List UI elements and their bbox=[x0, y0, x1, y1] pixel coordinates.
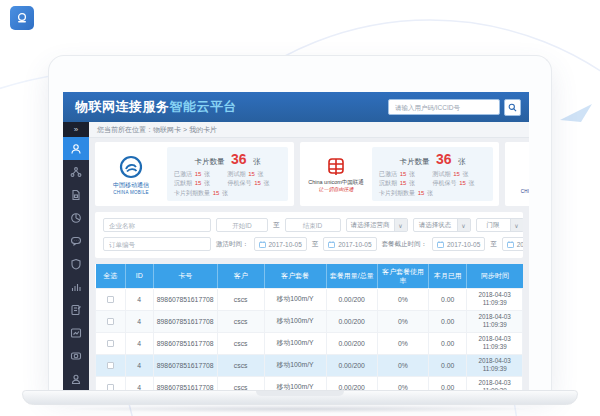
stat-testing: 测试期 15 张 bbox=[228, 170, 282, 179]
col-card-number: 卡号 bbox=[153, 264, 217, 288]
card-china-telecom: 中国电信 CHINA TELECOM bbox=[505, 142, 529, 206]
card-china-mobile: 中国移动通信 CHINA MOBILE 卡片数量 36 张 已 bbox=[95, 142, 294, 206]
threshold-select[interactable]: 门限 ∨ bbox=[476, 218, 524, 232]
app-logo-glyph bbox=[15, 11, 29, 25]
china-telecom-logo: 中国电信 CHINA TELECOM bbox=[505, 142, 529, 206]
stat-activated: 已激活 15 张 bbox=[379, 170, 433, 179]
china-mobile-logo: 中国移动通信 CHINA MOBILE bbox=[95, 142, 167, 206]
sidebar-item-account[interactable] bbox=[63, 367, 89, 390]
col-usage-total: 套餐用量/总量 bbox=[326, 264, 377, 288]
carrier-name-en: CHINA TELECOM bbox=[521, 189, 529, 194]
col-select-all[interactable]: 全选 bbox=[96, 264, 126, 288]
laptop-screen: 物联网连接服务智能云平台 » bbox=[48, 55, 552, 390]
card-china-unicom: China unicom中国联通 让一切自由连通 卡片数量 36 张 bbox=[300, 142, 499, 206]
chevron-down-icon: ∨ bbox=[394, 219, 407, 231]
sidebar-item-analysis[interactable] bbox=[63, 321, 89, 344]
calendar-icon bbox=[507, 241, 514, 248]
search-button[interactable] bbox=[504, 99, 521, 116]
table-header-row: 全选 ID 卡号 客户 客户套餐 套餐用量/总量 客户套餐使用率 本月已用 同步… bbox=[96, 264, 523, 288]
sidebar-item-security[interactable] bbox=[63, 252, 89, 275]
sidebar-collapse-button[interactable]: » bbox=[63, 122, 89, 137]
table-row: 4 898607851617708 cscs 移动100m/Y 0.00/200… bbox=[96, 332, 523, 354]
activate-date-from[interactable]: 2017-10-05 bbox=[254, 237, 307, 251]
report-icon bbox=[70, 327, 82, 339]
carrier-select[interactable]: 请选择运营商 ∨ bbox=[346, 218, 408, 232]
sidebar-nav: » bbox=[63, 122, 89, 391]
stat-suspended: 停机保号 15 张 bbox=[228, 179, 282, 188]
chevron-down-icon: ∨ bbox=[510, 219, 523, 231]
deadline-date-to[interactable]: 2017-10-05 bbox=[502, 237, 523, 251]
table-row: 4 898607851617708 cscs 移动100m/Y 0.00/200… bbox=[96, 376, 523, 391]
app-header: 物联网连接服务智能云平台 bbox=[63, 92, 529, 122]
stat-suspended: 停机保号 15 张 bbox=[433, 179, 487, 188]
sidebar-item-reports[interactable] bbox=[63, 275, 89, 298]
sidebar-item-messages[interactable] bbox=[63, 229, 89, 252]
document-icon bbox=[70, 304, 82, 316]
agent-icon bbox=[70, 373, 82, 385]
china-unicom-logo: China unicom中国联通 让一切自由连通 bbox=[300, 142, 372, 206]
filter-row-1: 至 请选择运营商 ∨ 请选择状态 ∨ 门限 bbox=[103, 218, 515, 232]
table-row: 4 898607851617708 cscs 移动100m/Y 0.00/200… bbox=[96, 310, 523, 332]
package-deadline-label: 套餐截止时间： bbox=[382, 240, 428, 249]
search-input[interactable] bbox=[388, 99, 500, 115]
to-label: 至 bbox=[490, 240, 497, 249]
network-icon bbox=[70, 166, 82, 178]
col-month-used: 本月已用 bbox=[429, 264, 467, 288]
stat-expired: 卡片到期数量 15 张 bbox=[379, 189, 486, 198]
to-label: 至 bbox=[312, 240, 319, 249]
table-row-highlighted: 4 898607851617708 cscs 移动100m/Y 0.00/200… bbox=[96, 354, 523, 376]
start-id-input[interactable] bbox=[216, 218, 268, 232]
activate-time-label: 激活时间： bbox=[216, 240, 249, 249]
carrier-slogan: 让一切自由连通 bbox=[319, 186, 354, 192]
device-icon bbox=[70, 350, 82, 362]
laptop-notch bbox=[256, 391, 344, 396]
title-accent: 智能云平台 bbox=[170, 99, 238, 114]
status-select[interactable]: 请选择状态 ∨ bbox=[413, 218, 471, 232]
col-sync-time: 同步时间 bbox=[467, 264, 523, 288]
main-content: 您当前所在位置：物联网卡 > 我的卡片 中国移动通信 bbox=[89, 122, 529, 391]
sidebar-item-orders[interactable] bbox=[63, 298, 89, 321]
carrier-cards: 中国移动通信 CHINA MOBILE 卡片数量 36 张 已 bbox=[95, 142, 523, 206]
col-usage-rate: 客户套餐使用率 bbox=[377, 264, 428, 288]
row-checkbox[interactable] bbox=[107, 296, 114, 303]
stat-silent: 沉默期 15 张 bbox=[379, 179, 433, 188]
sidebar-item-my-cards[interactable] bbox=[63, 137, 89, 160]
user-icon bbox=[70, 143, 82, 155]
row-checkbox[interactable] bbox=[107, 318, 114, 325]
row-checkbox[interactable] bbox=[107, 362, 114, 369]
paper-plane-decor bbox=[560, 104, 592, 122]
laptop-shadow bbox=[60, 405, 540, 413]
activate-date-to[interactable]: 2017-10-05 bbox=[323, 237, 376, 251]
search-icon bbox=[508, 103, 517, 112]
app-window: 物联网连接服务智能云平台 » bbox=[63, 92, 529, 391]
china-mobile-logo-icon bbox=[118, 154, 144, 180]
to-label: 至 bbox=[273, 221, 280, 230]
carrier-name-en: CHINA MOBILE bbox=[113, 190, 149, 195]
stat-expired: 卡片到期数量 15 张 bbox=[174, 189, 281, 198]
pie-chart-icon bbox=[70, 212, 82, 224]
count-label: 卡片数量 bbox=[195, 157, 225, 166]
count-unit: 张 bbox=[458, 157, 466, 166]
card-stats: 卡片数量 36 张 已激活 15 张 测试期 15 张 沉默期 15 张 停机保… bbox=[167, 147, 288, 201]
calendar-icon bbox=[259, 241, 266, 248]
filter-panel: 至 请选择运营商 ∨ 请选择状态 ∨ 门限 bbox=[95, 212, 523, 258]
sidebar-item-network[interactable] bbox=[63, 160, 89, 183]
table-row: 4 898607851617708 cscs 移动100m/Y 0.00/200… bbox=[96, 288, 523, 310]
header-search bbox=[388, 99, 521, 116]
china-unicom-logo-icon bbox=[325, 156, 347, 178]
end-id-input[interactable] bbox=[285, 218, 341, 232]
company-name-input[interactable] bbox=[103, 218, 211, 232]
order-number-input[interactable] bbox=[103, 237, 211, 251]
sidebar-item-sim-cards[interactable] bbox=[63, 183, 89, 206]
cards-table: 全选 ID 卡号 客户 客户套餐 套餐用量/总量 客户套餐使用率 本月已用 同步… bbox=[95, 264, 523, 391]
stat-silent: 沉默期 15 张 bbox=[174, 179, 228, 188]
deadline-date-from[interactable]: 2017-10-05 bbox=[432, 237, 485, 251]
count-value: 36 bbox=[436, 151, 452, 167]
sidebar-item-statistics[interactable] bbox=[63, 206, 89, 229]
count-value: 36 bbox=[231, 151, 247, 167]
stat-activated: 已激活 15 张 bbox=[174, 170, 228, 179]
stat-testing: 测试期 15 张 bbox=[433, 170, 487, 179]
row-checkbox[interactable] bbox=[107, 340, 114, 347]
calendar-icon bbox=[437, 241, 444, 248]
sidebar-item-devices[interactable] bbox=[63, 344, 89, 367]
